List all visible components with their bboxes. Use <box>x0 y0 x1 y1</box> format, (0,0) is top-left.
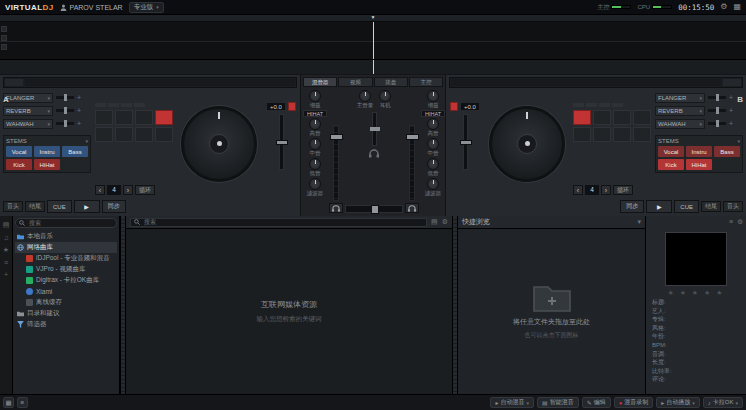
tab-mixer[interactable]: 混音器 <box>303 77 337 87</box>
pin-icon[interactable]: ▾ <box>637 218 641 226</box>
eq-high-knob[interactable] <box>309 118 321 130</box>
eq-mid-knob[interactable] <box>309 138 321 150</box>
pfl-left-button[interactable] <box>329 203 343 213</box>
sidebar-item-vjpro[interactable]: VJPro - 视频曲库 <box>15 264 117 275</box>
loop-half-button[interactable]: ‹ <box>573 185 583 195</box>
hotcue-pad-active[interactable] <box>573 110 591 125</box>
sidebar-search-input[interactable] <box>27 219 113 227</box>
headphones-volume-knob[interactable] <box>379 90 391 102</box>
fx-select-1[interactable]: FLANGER▾ <box>3 93 53 103</box>
master-volume-knob[interactable] <box>359 90 371 102</box>
settings-gear-icon[interactable]: ⚙ <box>720 3 727 11</box>
volume-fader-left[interactable] <box>333 125 339 201</box>
stem-vocal-button[interactable]: Vocal <box>6 146 32 157</box>
play-pause-button[interactable]: ▶ <box>74 200 100 213</box>
options-gear-icon[interactable]: ⚙ <box>442 218 448 226</box>
fx-knob-1[interactable] <box>708 96 726 99</box>
stem-bass-button[interactable]: Bass <box>62 146 88 157</box>
fx-select-2[interactable]: REVERB▾ <box>655 106 705 116</box>
stem-kick-button[interactable]: Kick <box>6 159 32 170</box>
pitch-slider[interactable] <box>279 114 284 170</box>
waveform-overview[interactable] <box>0 60 746 74</box>
loop-double-button[interactable]: › <box>123 185 133 195</box>
info-menu-icon[interactable]: ≡ <box>729 218 733 226</box>
hotcue-pad[interactable] <box>135 127 153 142</box>
beat-bar[interactable]: ▼ <box>0 15 746 22</box>
folders-shortcut-icon[interactable]: ▤ <box>3 221 10 229</box>
fx-select-3[interactable]: WAHWAH▾ <box>655 119 705 129</box>
stem-instru-button[interactable]: Instru <box>34 146 60 157</box>
cue-button[interactable]: CUE <box>47 200 72 213</box>
list-icon[interactable]: ≡ <box>17 397 28 408</box>
deck-a-jogwheel[interactable] <box>181 106 257 182</box>
user-account-button[interactable]: PAROV STELAR <box>60 4 123 11</box>
fx-knob-3[interactable] <box>56 122 74 125</box>
stem-bass-button[interactable]: Bass <box>714 146 740 157</box>
fx-select-2[interactable]: REVERB▾ <box>3 106 53 116</box>
gain-knob[interactable] <box>309 90 321 102</box>
fx-knob-3[interactable] <box>708 122 726 125</box>
favorites-shortcut-icon[interactable]: ★ <box>3 246 9 254</box>
volume-fader-left-handle[interactable] <box>330 134 343 140</box>
add-shortcut-icon[interactable]: + <box>4 271 8 278</box>
hotcue-pad[interactable] <box>593 127 611 142</box>
edit-button[interactable]: ✎编辑 <box>582 397 611 408</box>
loop-double-button[interactable]: › <box>601 185 611 195</box>
volume-fader-right[interactable] <box>409 125 415 201</box>
tab-scratch[interactable]: 搓盘 <box>374 77 408 87</box>
media-search[interactable] <box>130 218 427 227</box>
fx-knob-2[interactable] <box>56 109 74 112</box>
fx-add-icon[interactable]: + <box>77 120 81 127</box>
goto-start-button[interactable]: 音头 <box>3 201 23 212</box>
goto-end-button[interactable]: 结尾 <box>25 201 45 212</box>
sync-button[interactable]: 同步 <box>620 200 644 213</box>
filter-knob[interactable] <box>309 178 321 190</box>
loop-button[interactable]: 循环 <box>135 185 155 195</box>
fx-select-3[interactable]: WAHWAH▾ <box>3 119 53 129</box>
waveform-zoom-controls[interactable] <box>1 26 7 50</box>
keylock-button[interactable] <box>288 102 296 111</box>
history-shortcut-icon[interactable]: ≡ <box>4 259 8 266</box>
deck-b-track-title[interactable] <box>451 79 721 86</box>
deck-a-track-title[interactable] <box>25 79 295 86</box>
sampler-volume-handle[interactable] <box>370 127 380 131</box>
hotcue-pad[interactable] <box>633 110 651 125</box>
hotcue-pad[interactable] <box>115 127 133 142</box>
sidebar-item-offline-cache[interactable]: 离线缓存 <box>15 297 117 308</box>
loop-half-button[interactable]: ‹ <box>95 185 105 195</box>
hotcue-pad[interactable] <box>95 110 113 125</box>
eq-low-knob[interactable] <box>309 158 321 170</box>
cue-button[interactable]: CUE <box>674 200 699 213</box>
stem-instru-button[interactable]: Instru <box>686 146 712 157</box>
gain-knob[interactable] <box>427 90 439 102</box>
fx-knob-1[interactable] <box>56 96 74 99</box>
filter-knob[interactable] <box>427 178 439 190</box>
stem-kick-button[interactable]: Kick <box>658 159 684 170</box>
pitch-slider-handle[interactable] <box>460 140 472 145</box>
pitch-slider-handle[interactable] <box>276 140 288 145</box>
eq-low-knob[interactable] <box>427 158 439 170</box>
stem-hihat-button[interactable]: HiHat <box>34 159 60 170</box>
sidebar-item-catalog[interactable]: 目录和建议 <box>15 308 117 319</box>
fx-add-icon[interactable]: + <box>729 94 733 101</box>
keylock-button[interactable] <box>450 102 458 111</box>
crossfader-handle[interactable] <box>371 205 379 214</box>
fx-select-1[interactable]: FLANGER▾ <box>655 93 705 103</box>
media-search-input[interactable] <box>142 218 423 226</box>
hotcue-pad[interactable] <box>95 127 113 142</box>
record-button[interactable]: ●混音录制 <box>614 397 654 408</box>
layout-grid-icon[interactable]: ▦ <box>733 3 741 11</box>
rating-stars[interactable]: ★ ★ ★ ★ ★ <box>649 289 743 297</box>
tab-master[interactable]: 主控 <box>409 77 443 87</box>
grid-view-icon[interactable]: ▦ <box>3 397 14 408</box>
sync-button[interactable]: 同步 <box>102 200 126 213</box>
hotcue-pad[interactable] <box>115 110 133 125</box>
autoplay-button[interactable]: ▸自动播放▾ <box>656 397 700 408</box>
waveform-display[interactable] <box>0 22 746 60</box>
play-pause-button[interactable]: ▶ <box>646 200 672 213</box>
stem-hihat-button[interactable]: HiHat <box>686 159 712 170</box>
fx-knob-2[interactable] <box>708 109 726 112</box>
sidebar-item-local-music[interactable]: 本地音乐 <box>15 231 117 242</box>
crossfader[interactable] <box>345 205 403 213</box>
sidebar-item-digitrax[interactable]: Digitrax - 卡拉OK曲库 <box>15 275 117 286</box>
